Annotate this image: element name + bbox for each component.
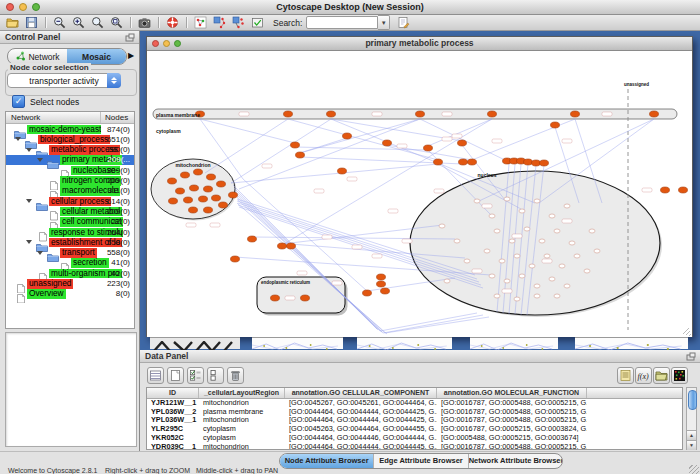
network-node[interactable] (594, 249, 600, 253)
dropdown-stepper-icon[interactable] (107, 73, 121, 88)
table-row-ypl036w__2[interactable]: YPL036W__2plasma membrane[GO:0044464, GO… (147, 408, 682, 417)
region-cell[interactable]: plasma membrane (199, 408, 285, 417)
network-node[interactable] (554, 229, 560, 233)
network-node[interactable] (284, 111, 293, 117)
network-node[interactable] (554, 294, 560, 298)
help-button[interactable] (164, 15, 181, 30)
network-node[interactable] (504, 197, 510, 201)
network-node[interactable] (454, 239, 460, 243)
table-row-ykr052c[interactable]: YKR052Ccytoplasm[GO:0044464, GO:0044446,… (147, 434, 682, 443)
network-node[interactable] (569, 241, 575, 245)
tab-edge-attribute-browser[interactable]: Edge Attribute Browser (374, 454, 468, 468)
network-node[interactable] (489, 274, 495, 278)
tree-expander-icon[interactable] (15, 137, 21, 141)
tree-row-cellular-metabol[interactable]: cellular metabol209(0) (6, 206, 134, 216)
network-node[interactable] (248, 236, 257, 242)
network-node[interactable] (650, 111, 659, 117)
attribute-list-button[interactable] (617, 367, 634, 384)
network-node[interactable] (574, 254, 580, 258)
tree-expander-icon[interactable] (26, 199, 32, 203)
window-titlebar[interactable]: Cytoscape Desktop (New Session) (0, 0, 700, 15)
open-session-button[interactable] (4, 15, 21, 30)
region-cell[interactable]: mitochondrion (199, 416, 285, 425)
network-node[interactable] (377, 281, 386, 287)
network-node[interactable] (524, 227, 530, 231)
network-node[interactable] (287, 243, 296, 249)
unselect-attributes-button[interactable] (207, 367, 224, 384)
network-node[interactable] (190, 185, 199, 191)
new-attribute-button[interactable] (167, 367, 184, 384)
network-node[interactable] (424, 145, 433, 151)
network-node[interactable] (231, 256, 240, 262)
network-node[interactable] (584, 269, 590, 273)
tree-row-mosaic-demo-yeast[interactable]: mosaic-demo-yeast874(0) (6, 124, 134, 134)
tree-row-primary-metabo[interactable]: primary metabo209(... (6, 155, 134, 165)
column-header--cellularlayoutregion[interactable]: _cellularLayoutRegion (199, 388, 285, 398)
tree-row-biological-process[interactable]: biological_process651(0) (6, 134, 134, 144)
tab-network-attribute-browser[interactable]: Network Attribute Browser (469, 454, 562, 468)
network-node[interactable] (539, 239, 545, 243)
network-node[interactable] (278, 243, 287, 249)
layout-attr-button[interactable] (230, 15, 247, 30)
tab-node-attribute-browser[interactable]: Node Attribute Browser (280, 454, 374, 468)
network-node[interactable] (494, 229, 500, 233)
network-node[interactable] (534, 294, 540, 298)
network-window-titlebar[interactable]: primary metabolic process (147, 37, 692, 51)
network-node[interactable] (338, 168, 347, 174)
id-cell[interactable]: YPL036W__1 (147, 416, 199, 425)
cellular-component-cell[interactable]: [GO:0044464, GO:0044444, GO:0044425, G..… (285, 408, 437, 417)
molecular-function-cell[interactable]: [GO:0016787, GO:0005488, GO:0005215, G..… (437, 416, 587, 425)
network-node[interactable] (377, 274, 386, 280)
network-node[interactable] (484, 249, 490, 253)
network-node[interactable] (564, 204, 570, 208)
more-tabs-arrow[interactable]: ▶ (128, 51, 134, 60)
network-node[interactable] (559, 264, 565, 268)
id-cell[interactable]: YJR121W__1 (147, 399, 199, 408)
tree-row-unassigned[interactable]: unassigned223(0) (6, 279, 134, 289)
plasma-membrane-region[interactable] (153, 109, 677, 119)
tree-expander-icon[interactable] (37, 251, 43, 255)
table-scrollbar[interactable]: ▲ ▼ (686, 387, 697, 450)
network-canvas[interactable]: plasma membranecytoplasmmitochondrionnuc… (147, 51, 692, 341)
tree-row-establishment-of-lo[interactable]: establishment of lo558(0) (6, 237, 134, 247)
annotation-tool-button[interactable] (249, 15, 266, 30)
network-node[interactable] (532, 160, 541, 166)
network-node[interactable] (169, 198, 178, 204)
network-node[interactable] (499, 259, 505, 263)
scrollbar-thumb[interactable] (688, 390, 697, 410)
network-node[interactable] (212, 195, 221, 201)
network-view-window[interactable]: primary metabolic process plasma membran… (146, 36, 693, 337)
network-node[interactable] (494, 294, 500, 298)
network-node[interactable] (189, 207, 198, 213)
tree-expander-icon[interactable] (26, 240, 32, 244)
network-node[interactable] (199, 196, 208, 202)
layout-spring-button[interactable] (211, 15, 228, 30)
tree-expander-icon[interactable] (37, 158, 43, 162)
network-node[interactable] (679, 187, 688, 193)
network-node[interactable] (661, 187, 670, 193)
network-node[interactable] (207, 174, 216, 180)
network-node[interactable] (296, 152, 305, 158)
import-attributes-button[interactable] (653, 367, 670, 384)
network-node[interactable] (204, 207, 213, 213)
select-nodes-checkbox[interactable]: ✓ (12, 95, 25, 108)
network-node[interactable] (589, 229, 595, 233)
network-node[interactable] (217, 181, 226, 187)
network-node[interactable] (444, 279, 450, 283)
table-row-ypl036w__1[interactable]: YPL036W__1mitochondrion[GO:0044464, GO:0… (147, 416, 682, 425)
column-header-annotation-go-cellular-component[interactable]: annotation.GO CELLULAR_COMPONENT (285, 388, 437, 398)
select-attributes-button[interactable] (187, 367, 204, 384)
molecular-function-cell[interactable]: [GO:0016787, GO:0005488, GO:0005215, G..… (437, 408, 587, 417)
network-node[interactable] (194, 169, 203, 175)
tab-network[interactable]: Network (8, 49, 67, 64)
column-header-id[interactable]: ID (147, 388, 199, 398)
network-node[interactable] (524, 159, 533, 165)
region-cell[interactable]: cytoplasm (199, 425, 285, 434)
network-node[interactable] (176, 188, 185, 194)
network-node[interactable] (416, 111, 425, 117)
network-node[interactable] (564, 284, 570, 288)
column-header-annotation-go-molecular-function[interactable]: annotation.GO MOLECULAR_FUNCTION (437, 388, 587, 398)
tree-row-nucleobase-[interactable]: nucleobase-209(0) (6, 165, 134, 175)
id-cell[interactable]: YKR052C (147, 434, 199, 443)
cellular-component-cell[interactable]: [GO:0044464, GO:0044444, GO:0044425, G..… (285, 416, 437, 425)
